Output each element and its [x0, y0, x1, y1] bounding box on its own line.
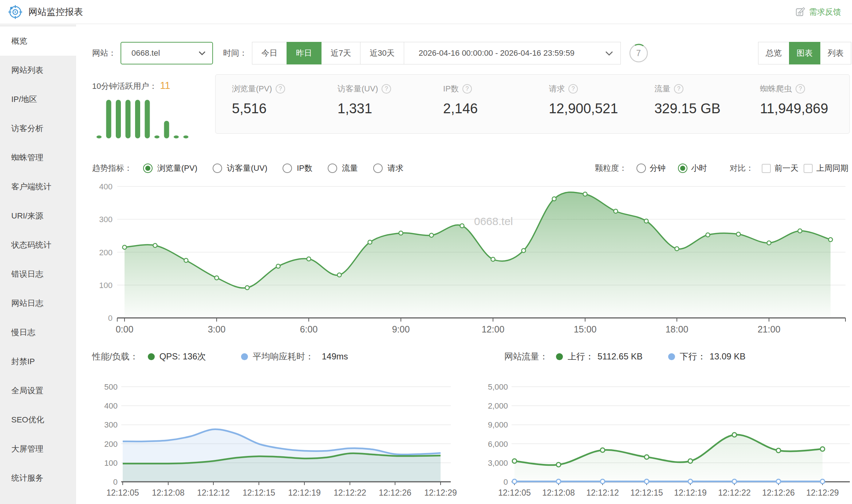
chevron-down-icon — [605, 51, 613, 56]
sidebar-item-slow-log[interactable]: 慢日志 — [0, 318, 76, 347]
svg-text:12:12:12: 12:12:12 — [197, 488, 230, 497]
stat-value-uv: 1,331 — [338, 101, 427, 117]
sidebar-item-overview[interactable]: 概览 — [0, 27, 76, 56]
svg-text:0: 0 — [113, 477, 118, 487]
svg-text:12:12:08: 12:12:08 — [152, 488, 185, 497]
upstream-dot-icon — [556, 353, 563, 360]
feedback-button[interactable]: 需求反馈 — [796, 7, 841, 17]
metric-label: 请求 — [387, 163, 403, 174]
svg-text:9,000: 9,000 — [488, 420, 508, 429]
metric-radio-pv[interactable]: 浏览量(PV) — [143, 163, 197, 174]
metric-radio-traffic[interactable]: 流量 — [328, 163, 358, 174]
checkbox-icon — [762, 164, 771, 173]
time-button-today[interactable]: 今日 — [252, 42, 287, 64]
upstream-value: 5112.65 KB — [597, 351, 643, 362]
metric-radio-uv[interactable]: 访客量(UV) — [213, 163, 267, 174]
traffic-legend: 网站流量： 上行： 5112.65 KB 下行： 13.09 KB — [488, 350, 852, 363]
compare-checkbox-last-week[interactable]: 上周同期 — [804, 163, 848, 174]
app-header: 网站监控报表 需求反馈 — [0, 0, 852, 24]
svg-text:300: 300 — [99, 215, 113, 224]
feedback-label: 需求反馈 — [809, 7, 841, 17]
date-range-value: 2026-04-16 00:00:00 - 2026-04-16 23:59:5… — [419, 48, 575, 58]
svg-text:12,000: 12,000 — [488, 401, 508, 410]
stats-row: 10分钟活跃用户：11 浏览量(PV) ? 5,516 访客量(UV) ? 1,… — [92, 74, 852, 141]
view-toggle: 总览 图表 列表 — [758, 42, 851, 64]
stat-col-spider: 蜘蛛爬虫 ? 11,949,869 — [743, 83, 849, 133]
sidebar-item-ip-region[interactable]: IP/地区 — [0, 85, 76, 114]
svg-text:12:12:19: 12:12:19 — [674, 488, 707, 497]
time-button-7days[interactable]: 近7天 — [321, 42, 360, 64]
compare-checkbox-prev-day[interactable]: 前一天 — [762, 163, 798, 174]
svg-text:0:00: 0:00 — [116, 324, 134, 334]
svg-text:400: 400 — [104, 401, 118, 410]
granularity-radio-hour[interactable]: 小时 — [678, 163, 707, 174]
qps-value: QPS: 136次 — [159, 351, 206, 362]
svg-text:6,000: 6,000 — [488, 440, 508, 449]
sidebar-item-visitor-analysis[interactable]: 访客分析 — [0, 114, 76, 143]
downstream-dot-icon — [668, 353, 675, 360]
help-icon[interactable]: ? — [382, 84, 391, 94]
stat-col-uv: 访客量(UV) ? 1,331 — [321, 83, 427, 133]
active-users-label: 10分钟活跃用户： — [92, 82, 157, 91]
metric-radio-requests[interactable]: 请求 — [373, 163, 403, 174]
svg-text:12:12:15: 12:12:15 — [630, 488, 663, 497]
svg-text:12:12:05: 12:12:05 — [106, 488, 139, 497]
response-time-value: 149ms — [322, 351, 348, 362]
svg-text:12:12:05: 12:12:05 — [498, 488, 531, 497]
time-button-30days[interactable]: 近30天 — [360, 42, 404, 64]
stat-value-requests: 12,900,521 — [549, 101, 638, 117]
granularity-radio-minute[interactable]: 分钟 — [636, 163, 666, 174]
date-range-picker[interactable]: 2026-04-16 00:00:00 - 2026-04-16 23:59:5… — [404, 42, 621, 64]
svg-text:12:12:29: 12:12:29 — [424, 488, 457, 497]
site-select-value: 0668.tel — [131, 48, 160, 58]
help-icon[interactable]: ? — [796, 84, 805, 94]
site-traffic-chart: 03,0006,0009,00012,00015,00012:12:0512:1… — [488, 365, 852, 501]
svg-text:400: 400 — [99, 182, 113, 191]
sidebar-item-spider-management[interactable]: 蜘蛛管理 — [0, 143, 76, 172]
trend-controls: 趋势指标： 浏览量(PV) 访客量(UV) IP数 流量 请求 颗粒度： 分钟 — [92, 161, 848, 176]
compare-option-label: 前一天 — [774, 163, 798, 174]
sidebar-item-site-log[interactable]: 网站日志 — [0, 289, 76, 318]
sidebar-item-global-settings[interactable]: 全局设置 — [0, 376, 76, 405]
radio-icon — [283, 164, 292, 173]
svg-text:6:00: 6:00 — [300, 324, 318, 334]
site-select[interactable]: 0668.tel — [121, 42, 213, 64]
stat-col-requests: 请求 ? 12,900,521 — [532, 83, 638, 133]
help-icon[interactable]: ? — [568, 84, 578, 94]
sidebar-item-stats-service[interactable]: 统计服务 — [0, 464, 76, 493]
sidebar-item-banned-ip[interactable]: 封禁IP — [0, 347, 76, 376]
sidebar-item-client-stats[interactable]: 客户端统计 — [0, 172, 76, 201]
svg-text:12:00: 12:00 — [482, 324, 505, 334]
granularity-option-label: 分钟 — [650, 163, 666, 174]
radio-icon — [636, 164, 646, 173]
sidebar-item-site-list[interactable]: 网站列表 — [0, 56, 76, 85]
view-button-chart[interactable]: 图表 — [789, 42, 820, 64]
svg-text:18:00: 18:00 — [666, 324, 689, 334]
perf-legend: 性能/负载： QPS: 136次 平均响应耗时： 149ms — [92, 350, 460, 363]
sidebar-item-seo[interactable]: SEO优化 — [0, 405, 76, 434]
refresh-countdown: 7 — [629, 43, 648, 63]
radio-icon — [373, 164, 383, 173]
sidebar-item-error-log[interactable]: 错误日志 — [0, 260, 76, 289]
qps-dot-icon — [148, 353, 155, 360]
bottom-panels: 性能/负载： QPS: 136次 平均响应耗时： 149ms 010020030… — [76, 350, 852, 503]
svg-text:12:12:22: 12:12:22 — [718, 488, 751, 497]
downstream-label: 下行： — [680, 351, 706, 362]
sidebar-item-screen-management[interactable]: 大屏管理 — [0, 434, 76, 464]
svg-text:12:12:12: 12:12:12 — [586, 488, 619, 497]
granularity-option-label: 小时 — [691, 163, 707, 174]
sidebar-item-status-code-stats[interactable]: 状态码统计 — [0, 231, 76, 260]
view-button-list[interactable]: 列表 — [820, 42, 851, 64]
sidebar-item-uri-source[interactable]: URI/来源 — [0, 201, 76, 231]
help-icon[interactable]: ? — [462, 84, 472, 94]
svg-text:100: 100 — [104, 458, 118, 468]
view-button-overview[interactable]: 总览 — [758, 42, 789, 64]
metric-radio-ip[interactable]: IP数 — [283, 163, 312, 174]
svg-text:3:00: 3:00 — [208, 324, 226, 334]
svg-text:15,000: 15,000 — [488, 382, 508, 391]
help-icon[interactable]: ? — [276, 84, 285, 94]
help-icon[interactable]: ? — [674, 84, 683, 94]
main-content: 网站： 0668.tel 时间： 今日 昨日 近7天 近30天 2026-04-… — [76, 24, 852, 504]
stat-col-traffic: 流量 ? 329.15 GB — [638, 83, 743, 133]
time-button-yesterday[interactable]: 昨日 — [287, 42, 322, 64]
